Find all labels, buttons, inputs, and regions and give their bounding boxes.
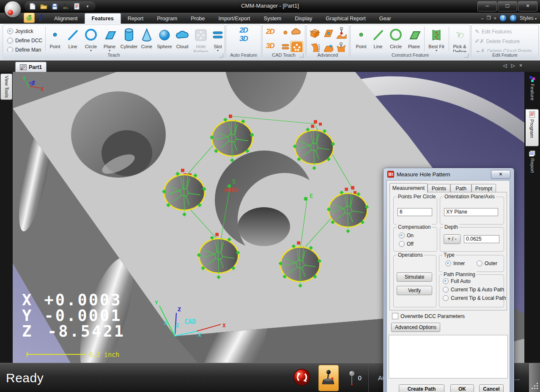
compensation-on-radio[interactable] [399,233,405,238]
current-tip-local-path-radio[interactable] [443,295,449,301]
simulate-button[interactable]: Simulate [397,272,432,282]
teach-dialog-launcher[interactable] [219,53,223,58]
current-tip-auto-path-option[interactable]: Current Tip & Auto Path [443,287,504,293]
tab-alignment[interactable]: Alignment [47,14,85,24]
dialog-tab-path[interactable]: Path [450,184,471,193]
advanced-offset-plane-button[interactable] [322,27,334,39]
info-icon[interactable]: i [510,14,517,22]
cad-teach-cloud-button[interactable] [290,27,302,36]
construct-dialog-launcher[interactable] [464,53,469,58]
overwrite-dcc-row[interactable]: Overwrite DCC Parameters [392,313,465,319]
full-auto-radio[interactable] [443,278,449,284]
tab-import-export[interactable]: Import/Export [212,14,257,24]
cad-teach-point-button[interactable] [283,30,288,35]
view-tools-tab[interactable]: View Tools [0,74,12,100]
overwrite-dcc-checkbox[interactable] [392,313,398,319]
delete-feature-button[interactable]: ✐✗Delete Feature [475,38,520,44]
current-tip-local-path-option[interactable]: Current Tip & Local Path [443,295,506,301]
type-inner-radio[interactable] [445,260,451,266]
current-tip-auto-path-radio[interactable] [443,287,449,293]
create-path-button[interactable]: Create Path [399,384,444,392]
tab-system[interactable]: System [257,14,288,24]
dialog-close-button[interactable]: × [491,170,510,179]
child-restore-icon[interactable]: ❐ [487,15,491,21]
teach-point-button[interactable]: Point [47,26,63,53]
edit-features-button[interactable]: ✎Edit Features [475,28,512,35]
teach-line-button[interactable]: Line [65,26,81,53]
side-tab-report[interactable]: Report [526,149,539,181]
minimize-button[interactable]: – [477,1,497,11]
construct-pick-define-button[interactable]: ☜ Pick & Define▾ [450,26,469,53]
help-icon[interactable]: ? [499,14,507,22]
teach-cloud-button[interactable]: Cloud [174,26,191,53]
application-menu-button[interactable] [4,1,21,18]
tab-program[interactable]: Program [150,14,184,24]
child-close-icon[interactable]: × [494,16,496,21]
depth-input[interactable] [464,235,499,243]
run-program-button[interactable] [36,14,45,23]
compensation-off-option[interactable]: Off [399,241,414,247]
teach-circle-button[interactable]: Circle▾ [82,26,99,53]
advanced-options-button[interactable]: Advanced Options [391,323,440,332]
verify-button[interactable]: Verify [397,286,432,295]
teach-sphere-button[interactable]: Sphere [155,26,174,53]
emergency-stop-button[interactable] [289,368,315,388]
auto-feature-3d-button[interactable]: 3D [226,36,261,41]
points-per-circle-input[interactable] [397,208,432,216]
dialog-tab-measurement[interactable]: Measurement [389,183,428,193]
teach-plane-button[interactable]: Plane▾ [101,26,118,53]
doc-nav-close-icon[interactable]: × [519,63,522,69]
teach-cone-button[interactable]: Cone [139,26,154,53]
depth-sign-button[interactable]: + / - [444,234,461,244]
tab-graphical-report[interactable]: Graphical Report [319,14,373,24]
mode-define-dcc[interactable]: Define DCC [7,38,42,44]
maximize-button[interactable]: □ [498,1,517,11]
doc-nav-right-icon[interactable]: ▷ [511,63,515,69]
type-outer-option[interactable]: Outer [477,260,497,266]
joystick-mode-button[interactable] [318,365,339,391]
tab-features[interactable]: Features [85,13,121,24]
tab-gear[interactable]: Gear [373,14,398,24]
cad-teach-slot-button[interactable] [281,44,290,50]
construct-best-fit-button[interactable]: Best Fit▾ [426,26,447,53]
type-inner-option[interactable]: Inner [445,260,465,266]
full-auto-option[interactable]: Full Auto [443,278,471,284]
document-tab-part1[interactable]: Part1 [15,62,47,72]
tab-report[interactable]: Report [121,14,151,24]
probe-status-button[interactable]: 0 [342,370,368,386]
cad-teach-dialog-launcher[interactable] [299,53,304,58]
tab-probe[interactable]: Probe [184,14,211,24]
doc-nav-left-icon[interactable]: ◁ [503,63,507,69]
construct-circle-button[interactable]: Circle [387,26,405,53]
type-outer-radio[interactable] [477,260,482,266]
construct-plane-button[interactable]: Plane [406,26,422,53]
mode-joystick[interactable]: Joystick [7,28,33,34]
tab-display[interactable]: Display [288,14,319,24]
construct-line-button[interactable]: Line [370,26,386,53]
styles-dropdown[interactable]: Styles ▾ [520,15,537,21]
teach-slot-button[interactable]: Slot▾ [211,26,225,53]
ok-button[interactable]: OK [450,384,474,392]
advanced-probe-surface-button[interactable] [336,27,347,39]
resize-grip[interactable] [529,363,540,392]
teach-cylinder-button[interactable]: Cylinder [119,26,139,53]
cancel-button[interactable]: Cancel [479,384,504,392]
cad-teach-3d-button[interactable]: 3D [266,42,274,50]
compensation-on-option[interactable]: On [399,233,414,238]
side-tab-feature[interactable]: Feature [526,74,539,107]
joystick-radio[interactable] [7,28,13,34]
side-tab-program[interactable]: Program [526,109,539,146]
auto-feature-2d-button[interactable]: 2D [226,28,261,33]
teach-hole-pattern-button[interactable]: Hole Pattern [192,26,210,53]
compensation-off-radio[interactable] [399,241,405,247]
dialog-tab-prompt[interactable]: Prompt [471,184,496,193]
dialog-tab-points[interactable]: Points [428,184,450,193]
advanced-cross-section-button[interactable] [309,27,321,39]
close-button[interactable]: × [518,1,537,11]
orientation-input[interactable] [444,208,498,216]
apple-shortcut-button[interactable] [24,13,35,23]
cad-teach-2d-button[interactable]: 2D [266,27,274,36]
define-dcc-radio[interactable] [7,38,13,44]
construct-point-button[interactable]: Point [353,26,369,53]
child-minimize-icon[interactable]: – [481,16,484,21]
